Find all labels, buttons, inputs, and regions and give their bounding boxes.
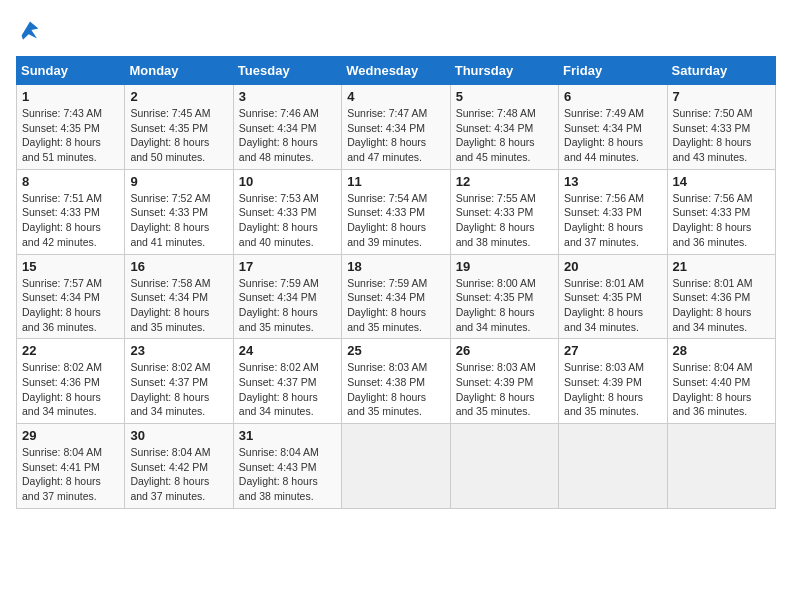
day-number: 19 [456,259,553,274]
calendar-day-cell: 26Sunrise: 8:03 AMSunset: 4:39 PMDayligh… [450,339,558,424]
calendar-day-cell: 12Sunrise: 7:55 AMSunset: 4:33 PMDayligh… [450,169,558,254]
day-number: 6 [564,89,661,104]
calendar-day-cell: 2Sunrise: 7:45 AMSunset: 4:35 PMDaylight… [125,85,233,170]
day-info: Sunrise: 7:59 AMSunset: 4:34 PMDaylight:… [347,276,444,335]
day-info: Sunrise: 7:55 AMSunset: 4:33 PMDaylight:… [456,191,553,250]
calendar-day-cell: 30Sunrise: 8:04 AMSunset: 4:42 PMDayligh… [125,424,233,509]
weekday-header: Sunday [17,57,125,85]
calendar-week-row: 22Sunrise: 8:02 AMSunset: 4:36 PMDayligh… [17,339,776,424]
day-number: 27 [564,343,661,358]
calendar-week-row: 8Sunrise: 7:51 AMSunset: 4:33 PMDaylight… [17,169,776,254]
calendar-day-cell: 1Sunrise: 7:43 AMSunset: 4:35 PMDaylight… [17,85,125,170]
day-number: 1 [22,89,119,104]
day-number: 11 [347,174,444,189]
day-info: Sunrise: 7:43 AMSunset: 4:35 PMDaylight:… [22,106,119,165]
day-info: Sunrise: 7:50 AMSunset: 4:33 PMDaylight:… [673,106,770,165]
day-info: Sunrise: 7:57 AMSunset: 4:34 PMDaylight:… [22,276,119,335]
day-number: 21 [673,259,770,274]
day-number: 25 [347,343,444,358]
calendar-day-cell: 3Sunrise: 7:46 AMSunset: 4:34 PMDaylight… [233,85,341,170]
day-info: Sunrise: 8:02 AMSunset: 4:36 PMDaylight:… [22,360,119,419]
calendar-day-cell: 10Sunrise: 7:53 AMSunset: 4:33 PMDayligh… [233,169,341,254]
calendar-header: SundayMondayTuesdayWednesdayThursdayFrid… [17,57,776,85]
calendar-week-row: 15Sunrise: 7:57 AMSunset: 4:34 PMDayligh… [17,254,776,339]
day-info: Sunrise: 8:04 AMSunset: 4:42 PMDaylight:… [130,445,227,504]
day-number: 13 [564,174,661,189]
day-number: 30 [130,428,227,443]
day-info: Sunrise: 7:45 AMSunset: 4:35 PMDaylight:… [130,106,227,165]
day-info: Sunrise: 8:01 AMSunset: 4:35 PMDaylight:… [564,276,661,335]
day-info: Sunrise: 7:47 AMSunset: 4:34 PMDaylight:… [347,106,444,165]
day-info: Sunrise: 7:58 AMSunset: 4:34 PMDaylight:… [130,276,227,335]
day-number: 20 [564,259,661,274]
day-number: 17 [239,259,336,274]
day-info: Sunrise: 8:01 AMSunset: 4:36 PMDaylight:… [673,276,770,335]
calendar-day-cell: 20Sunrise: 8:01 AMSunset: 4:35 PMDayligh… [559,254,667,339]
day-info: Sunrise: 8:04 AMSunset: 4:43 PMDaylight:… [239,445,336,504]
day-info: Sunrise: 7:52 AMSunset: 4:33 PMDaylight:… [130,191,227,250]
day-info: Sunrise: 8:03 AMSunset: 4:38 PMDaylight:… [347,360,444,419]
day-number: 5 [456,89,553,104]
day-info: Sunrise: 8:04 AMSunset: 4:40 PMDaylight:… [673,360,770,419]
day-number: 28 [673,343,770,358]
calendar-day-cell: 19Sunrise: 8:00 AMSunset: 4:35 PMDayligh… [450,254,558,339]
calendar-day-cell: 21Sunrise: 8:01 AMSunset: 4:36 PMDayligh… [667,254,775,339]
day-number: 22 [22,343,119,358]
calendar-day-cell: 22Sunrise: 8:02 AMSunset: 4:36 PMDayligh… [17,339,125,424]
day-info: Sunrise: 7:59 AMSunset: 4:34 PMDaylight:… [239,276,336,335]
calendar-day-cell: 18Sunrise: 7:59 AMSunset: 4:34 PMDayligh… [342,254,450,339]
day-number: 10 [239,174,336,189]
calendar-day-cell: 23Sunrise: 8:02 AMSunset: 4:37 PMDayligh… [125,339,233,424]
weekday-header: Thursday [450,57,558,85]
calendar-day-cell: 8Sunrise: 7:51 AMSunset: 4:33 PMDaylight… [17,169,125,254]
day-info: Sunrise: 8:02 AMSunset: 4:37 PMDaylight:… [239,360,336,419]
day-number: 16 [130,259,227,274]
calendar-day-cell: 29Sunrise: 8:04 AMSunset: 4:41 PMDayligh… [17,424,125,509]
calendar-day-cell [559,424,667,509]
day-number: 12 [456,174,553,189]
day-info: Sunrise: 8:02 AMSunset: 4:37 PMDaylight:… [130,360,227,419]
day-info: Sunrise: 7:54 AMSunset: 4:33 PMDaylight:… [347,191,444,250]
svg-marker-0 [22,22,39,40]
day-number: 15 [22,259,119,274]
page-header [16,16,776,44]
day-info: Sunrise: 7:48 AMSunset: 4:34 PMDaylight:… [456,106,553,165]
day-info: Sunrise: 8:03 AMSunset: 4:39 PMDaylight:… [564,360,661,419]
day-number: 31 [239,428,336,443]
day-info: Sunrise: 8:04 AMSunset: 4:41 PMDaylight:… [22,445,119,504]
calendar-week-row: 29Sunrise: 8:04 AMSunset: 4:41 PMDayligh… [17,424,776,509]
calendar-day-cell [342,424,450,509]
day-info: Sunrise: 8:00 AMSunset: 4:35 PMDaylight:… [456,276,553,335]
calendar-day-cell [450,424,558,509]
day-number: 23 [130,343,227,358]
calendar-day-cell: 9Sunrise: 7:52 AMSunset: 4:33 PMDaylight… [125,169,233,254]
calendar-day-cell: 5Sunrise: 7:48 AMSunset: 4:34 PMDaylight… [450,85,558,170]
weekday-header: Tuesday [233,57,341,85]
calendar-day-cell: 17Sunrise: 7:59 AMSunset: 4:34 PMDayligh… [233,254,341,339]
day-info: Sunrise: 7:56 AMSunset: 4:33 PMDaylight:… [673,191,770,250]
logo-icon [16,16,44,44]
day-info: Sunrise: 7:46 AMSunset: 4:34 PMDaylight:… [239,106,336,165]
day-number: 24 [239,343,336,358]
weekday-header: Friday [559,57,667,85]
calendar-day-cell: 28Sunrise: 8:04 AMSunset: 4:40 PMDayligh… [667,339,775,424]
calendar-day-cell: 27Sunrise: 8:03 AMSunset: 4:39 PMDayligh… [559,339,667,424]
calendar-day-cell: 4Sunrise: 7:47 AMSunset: 4:34 PMDaylight… [342,85,450,170]
day-info: Sunrise: 7:49 AMSunset: 4:34 PMDaylight:… [564,106,661,165]
calendar-day-cell: 24Sunrise: 8:02 AMSunset: 4:37 PMDayligh… [233,339,341,424]
day-number: 4 [347,89,444,104]
day-number: 7 [673,89,770,104]
day-number: 29 [22,428,119,443]
calendar-week-row: 1Sunrise: 7:43 AMSunset: 4:35 PMDaylight… [17,85,776,170]
calendar-day-cell [667,424,775,509]
calendar-day-cell: 7Sunrise: 7:50 AMSunset: 4:33 PMDaylight… [667,85,775,170]
day-info: Sunrise: 7:56 AMSunset: 4:33 PMDaylight:… [564,191,661,250]
day-number: 14 [673,174,770,189]
calendar-day-cell: 25Sunrise: 8:03 AMSunset: 4:38 PMDayligh… [342,339,450,424]
day-number: 9 [130,174,227,189]
calendar-day-cell: 13Sunrise: 7:56 AMSunset: 4:33 PMDayligh… [559,169,667,254]
calendar-day-cell: 16Sunrise: 7:58 AMSunset: 4:34 PMDayligh… [125,254,233,339]
calendar-day-cell: 6Sunrise: 7:49 AMSunset: 4:34 PMDaylight… [559,85,667,170]
day-number: 2 [130,89,227,104]
calendar-day-cell: 31Sunrise: 8:04 AMSunset: 4:43 PMDayligh… [233,424,341,509]
